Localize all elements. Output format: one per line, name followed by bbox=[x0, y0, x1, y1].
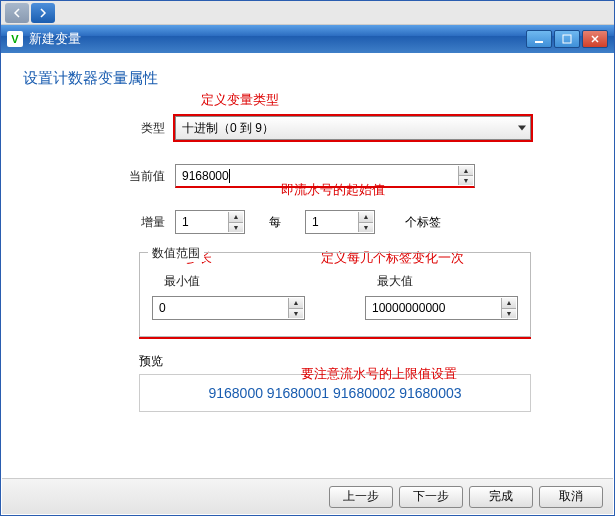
type-value: 十进制（0 到 9） bbox=[182, 120, 274, 137]
arrow-right-icon bbox=[38, 8, 48, 18]
max-label: 最大值 bbox=[365, 273, 518, 290]
svg-rect-0 bbox=[535, 41, 543, 43]
type-combo[interactable]: 十进制（0 到 9） bbox=[175, 116, 531, 140]
finish-button[interactable]: 完成 bbox=[469, 486, 533, 508]
per-value: 1 bbox=[312, 215, 319, 229]
min-input[interactable]: 0 ▲▼ bbox=[152, 296, 305, 320]
window: V 新建变量 设置计数器变量属性 定义变量类型 类型 十进制（0 到 9） 当前… bbox=[0, 0, 615, 516]
spin-up-button[interactable]: ▲ bbox=[501, 298, 516, 308]
max-input[interactable]: 10000000000 ▲▼ bbox=[365, 296, 518, 320]
prev-button[interactable]: 上一步 bbox=[329, 486, 393, 508]
range-legend: 数值范围 bbox=[148, 245, 204, 262]
annotation-start: 即流水号的起始值 bbox=[281, 181, 385, 199]
close-button[interactable] bbox=[582, 30, 608, 48]
min-label: 最小值 bbox=[152, 273, 305, 290]
per-suffix-label: 个标签 bbox=[375, 214, 441, 231]
app-icon: V bbox=[7, 31, 23, 47]
spin-down-button[interactable]: ▼ bbox=[288, 308, 303, 319]
spin-up-button[interactable]: ▲ bbox=[358, 212, 373, 222]
range-fieldset: 数值范围 最小值 0 ▲▼ 最大值 10000000000 ▲▼ bbox=[139, 252, 531, 337]
spin-up-button[interactable]: ▲ bbox=[228, 212, 243, 222]
type-label: 类型 bbox=[23, 120, 175, 137]
spin-down-button[interactable]: ▼ bbox=[501, 308, 516, 319]
next-button[interactable]: 下一步 bbox=[399, 486, 463, 508]
spin-buttons: ▲ ▼ bbox=[458, 166, 473, 185]
footer-bar: 上一步 下一步 完成 取消 bbox=[2, 478, 613, 514]
min-value: 0 bbox=[159, 301, 166, 315]
window-title: 新建变量 bbox=[29, 30, 524, 48]
minimize-icon bbox=[534, 34, 544, 44]
spin-down-button[interactable]: ▼ bbox=[358, 222, 373, 233]
nav-back-button[interactable] bbox=[5, 3, 29, 23]
cancel-button[interactable]: 取消 bbox=[539, 486, 603, 508]
spin-down-button[interactable]: ▼ bbox=[228, 222, 243, 233]
arrow-left-icon bbox=[12, 8, 22, 18]
minimize-button[interactable] bbox=[526, 30, 552, 48]
maximize-button[interactable] bbox=[554, 30, 580, 48]
title-bar: V 新建变量 bbox=[1, 25, 614, 53]
current-label: 当前值 bbox=[23, 168, 175, 185]
increment-label: 增量 bbox=[23, 214, 175, 231]
range-underline bbox=[139, 337, 531, 339]
increment-value: 1 bbox=[182, 215, 189, 229]
annotation-type: 定义变量类型 bbox=[201, 91, 279, 109]
svg-rect-1 bbox=[563, 35, 571, 43]
spin-up-button[interactable]: ▲ bbox=[458, 166, 473, 175]
current-value-text: 9168000 bbox=[182, 169, 230, 183]
max-value: 10000000000 bbox=[372, 301, 445, 315]
per-input[interactable]: 1 ▲▼ bbox=[305, 210, 375, 234]
close-icon bbox=[590, 34, 600, 44]
annotation-limit: 要注意流水号的上限值设置 bbox=[301, 365, 457, 383]
maximize-icon bbox=[562, 34, 572, 44]
dialog-body: 设置计数器变量属性 定义变量类型 类型 十进制（0 到 9） 当前值 91680… bbox=[1, 53, 614, 412]
per-label: 每 bbox=[245, 214, 305, 231]
increment-input[interactable]: 1 ▲▼ bbox=[175, 210, 245, 234]
nav-bar bbox=[1, 1, 614, 25]
page-heading: 设置计数器变量属性 bbox=[23, 69, 592, 88]
spin-down-button[interactable]: ▼ bbox=[458, 175, 473, 185]
chevron-down-icon bbox=[518, 126, 526, 131]
nav-forward-button[interactable] bbox=[31, 3, 55, 23]
spin-up-button[interactable]: ▲ bbox=[288, 298, 303, 308]
